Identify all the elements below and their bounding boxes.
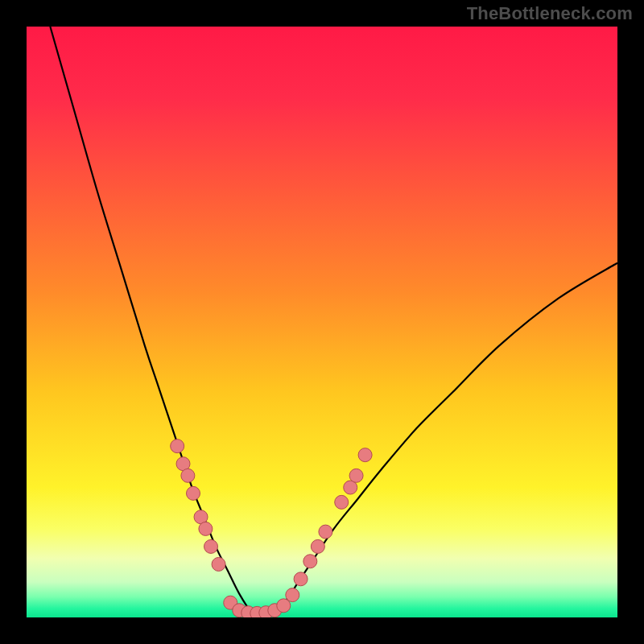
marker-dot: [358, 448, 372, 462]
marker-dot: [311, 539, 324, 553]
marker-dot: [204, 539, 218, 553]
marker-dot: [303, 555, 317, 568]
marker-dot: [181, 469, 195, 482]
marker-dot: [335, 495, 349, 509]
marker-dot: [186, 486, 200, 500]
marker-dot: [319, 525, 332, 539]
watermark-text: TheBottleneck.com: [467, 3, 633, 24]
marker-dot: [212, 557, 225, 571]
plot-area: [27, 27, 617, 617]
marker-dot: [199, 522, 213, 535]
marker-dot: [171, 440, 184, 453]
chart-svg: [27, 27, 617, 617]
chart-frame: TheBottleneck.com: [0, 0, 644, 644]
marker-dot: [286, 588, 299, 602]
marker-dot: [294, 572, 308, 586]
marker-dot: [349, 469, 363, 482]
